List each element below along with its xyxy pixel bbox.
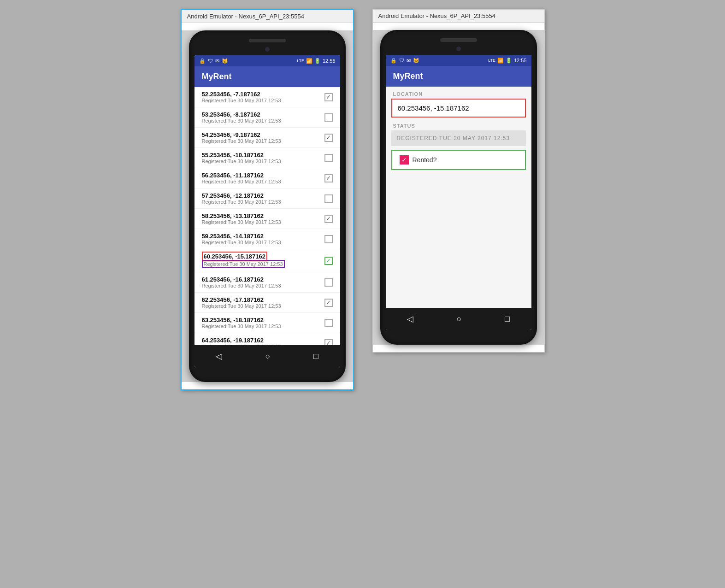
list-item-checkbox[interactable] — [324, 215, 333, 223]
right-time-display: 12:55 — [514, 58, 527, 63]
list-item-registered: Registered:Tue 30 May 2017 12:53 — [202, 98, 324, 103]
list-item-checkbox[interactable] — [324, 257, 333, 265]
list-item-location: 56.253456, -11.187162 — [202, 172, 324, 179]
right-phone-camera — [456, 47, 461, 51]
list-item[interactable]: 61.253456, -16.187162Registered:Tue 30 M… — [195, 272, 340, 293]
left-window-title: Android Emulator - Nexus_6P_API_23:5554 — [187, 13, 304, 20]
list-item[interactable]: 64.253456, -19.187162Registered:Tue 30 M… — [195, 333, 340, 345]
right-mail-icon: ✉ — [407, 58, 411, 64]
list-item-registered: Registered:Tue 30 May 2017 12:53 — [202, 219, 324, 225]
list-item-registered: Registered:Tue 30 May 2017 12:53 — [202, 179, 324, 184]
right-window-content: 🔒 🛡 ✉ 😺 LTE 📶 🔋 12:55 MyRent — [373, 30, 544, 345]
left-app-header: MyRent — [195, 66, 340, 87]
rented-label: Rented? — [413, 156, 437, 164]
list-item-registered: Registered:Tue 30 May 2017 12:53 — [202, 344, 324, 345]
list-item[interactable]: 53.253456, -8.187162Registered:Tue 30 Ma… — [195, 107, 340, 128]
list-item-location: 54.253456, -9.187162 — [202, 131, 324, 138]
rented-row[interactable]: ✓ Rented? — [391, 150, 526, 170]
list-item-location: 53.253456, -8.187162 — [202, 111, 324, 118]
list-item-checkbox[interactable] — [324, 339, 333, 346]
detail-view: LOCATION 60.253456, -15.187162 STATUS RE… — [386, 87, 531, 308]
list-item-location: 60.253456, -15.187162 — [202, 253, 324, 260]
left-window-content: 🔒 🛡 ✉ 😺 LTE 📶 🔋 12:55 MyRent — [182, 30, 353, 382]
rented-checkbox[interactable]: ✓ — [400, 155, 409, 165]
right-phone-screen: 🔒 🛡 ✉ 😺 LTE 📶 🔋 12:55 MyRent — [386, 55, 531, 330]
right-shield-icon: 🛡 — [399, 58, 404, 63]
recents-button[interactable]: □ — [313, 352, 318, 361]
list-item-checkbox[interactable] — [324, 134, 333, 142]
list-item-registered: Registered:Tue 30 May 2017 12:53 — [202, 303, 324, 309]
right-back-button[interactable]: ◁ — [407, 314, 413, 324]
left-status-right: LTE 📶 🔋 12:55 — [297, 58, 335, 64]
list-item-checkbox[interactable] — [324, 113, 333, 122]
list-item-registered: Registered:Tue 30 May 2017 12:53 — [202, 323, 324, 329]
list-item-registered: Registered:Tue 30 May 2017 12:53 — [202, 159, 324, 164]
right-lte-indicator: LTE — [488, 58, 495, 63]
list-item[interactable]: 56.253456, -11.187162Registered:Tue 30 M… — [195, 168, 340, 188]
left-phone: 🔒 🛡 ✉ 😺 LTE 📶 🔋 12:55 MyRent — [189, 30, 346, 382]
right-home-button[interactable]: ○ — [457, 314, 462, 324]
right-signal-icon: 📶 — [497, 58, 504, 64]
list-item-checkbox[interactable] — [324, 154, 333, 162]
lte-indicator: LTE — [297, 59, 304, 63]
list-item[interactable]: 55.253456, -10.187162Registered:Tue 30 M… — [195, 148, 340, 168]
right-cat-icon: 😺 — [413, 58, 419, 64]
list-item-registered: Registered:Tue 30 May 2017 12:53 — [202, 118, 324, 123]
list-item-registered: Registered:Tue 30 May 2017 12:53 — [202, 240, 324, 245]
list-item-checkbox[interactable] — [324, 93, 333, 101]
list-item-checkbox[interactable] — [324, 319, 333, 327]
list-item-location: 64.253456, -19.187162 — [202, 337, 324, 344]
right-lock-icon: 🔒 — [390, 58, 397, 64]
back-button[interactable]: ◁ — [216, 351, 222, 361]
home-button[interactable]: ○ — [265, 352, 271, 361]
list-item-checkbox[interactable] — [324, 299, 333, 307]
right-status-right: LTE 📶 🔋 12:55 — [488, 58, 526, 64]
status-value: REGISTERED:TUE 30 MAY 2017 12:53 — [391, 130, 526, 146]
right-status-bar: 🔒 🛡 ✉ 😺 LTE 📶 🔋 12:55 — [386, 55, 531, 66]
list-item-location: 63.253456, -18.187162 — [202, 317, 324, 323]
right-nav-bar: ◁ ○ □ — [386, 308, 531, 330]
list-item-checkbox[interactable] — [324, 278, 333, 287]
rental-list[interactable]: 52.253456, -7.187162Registered:Tue 30 Ma… — [195, 87, 340, 345]
right-status-icons: 🔒 🛡 ✉ 😺 — [390, 58, 419, 64]
list-item-registered: Registered:Tue 30 May 2017 12:53 — [202, 199, 324, 205]
location-field[interactable]: 60.253456, -15.187162 — [391, 99, 526, 118]
list-item[interactable]: 62.253456, -17.187162Registered:Tue 30 M… — [195, 293, 340, 313]
right-recents-button[interactable]: □ — [505, 314, 510, 324]
list-item-location: 59.253456, -14.187162 — [202, 233, 324, 240]
battery-icon: 🔋 — [314, 58, 321, 64]
cat-icon: 😺 — [222, 58, 228, 64]
list-item[interactable]: 59.253456, -14.187162Registered:Tue 30 M… — [195, 229, 340, 249]
left-phone-screen: 🔒 🛡 ✉ 😺 LTE 📶 🔋 12:55 MyRent — [195, 55, 340, 367]
list-item-registered: Registered:Tue 30 May 2017 12:53 — [202, 260, 324, 268]
left-nav-bar: ◁ ○ □ — [195, 345, 340, 367]
right-battery-icon: 🔋 — [506, 58, 512, 64]
list-item-checkbox[interactable] — [324, 235, 333, 243]
list-item[interactable]: 57.253456, -12.187162Registered:Tue 30 M… — [195, 188, 340, 209]
right-window-title: Android Emulator - Nexus_6P_API_23:5554 — [378, 12, 495, 19]
left-status-bar: 🔒 🛡 ✉ 😺 LTE 📶 🔋 12:55 — [195, 55, 340, 66]
mail-icon: ✉ — [215, 58, 219, 64]
right-phone-speaker — [440, 38, 477, 42]
time-display: 12:55 — [323, 58, 336, 64]
list-item-location: 55.253456, -10.187162 — [202, 152, 324, 159]
left-window-titlebar: Android Emulator - Nexus_6P_API_23:5554 — [182, 10, 353, 23]
shield-icon: 🛡 — [208, 58, 213, 64]
list-item[interactable]: 63.253456, -18.187162Registered:Tue 30 M… — [195, 313, 340, 333]
left-phone-speaker — [249, 39, 286, 42]
list-item-checkbox[interactable] — [324, 194, 333, 203]
list-item[interactable]: 54.253456, -9.187162Registered:Tue 30 Ma… — [195, 128, 340, 148]
list-item-registered: Registered:Tue 30 May 2017 12:53 — [202, 283, 324, 288]
left-status-icons: 🔒 🛡 ✉ 😺 — [199, 58, 228, 64]
signal-icon: 📶 — [306, 58, 312, 64]
list-item-registered: Registered:Tue 30 May 2017 12:53 — [202, 138, 324, 144]
status-section-label: STATUS — [386, 118, 531, 130]
list-item[interactable]: 60.253456, -15.187162Registered:Tue 30 M… — [195, 249, 340, 272]
list-item-location: 57.253456, -12.187162 — [202, 192, 324, 199]
list-item-location: 52.253456, -7.187162 — [202, 91, 324, 98]
left-phone-camera — [265, 47, 270, 52]
list-item-checkbox[interactable] — [324, 174, 333, 182]
list-item[interactable]: 58.253456, -13.187162Registered:Tue 30 M… — [195, 209, 340, 229]
list-item[interactable]: 52.253456, -7.187162Registered:Tue 30 Ma… — [195, 87, 340, 107]
right-emulator-window: Android Emulator - Nexus_6P_API_23:5554 … — [372, 9, 545, 353]
